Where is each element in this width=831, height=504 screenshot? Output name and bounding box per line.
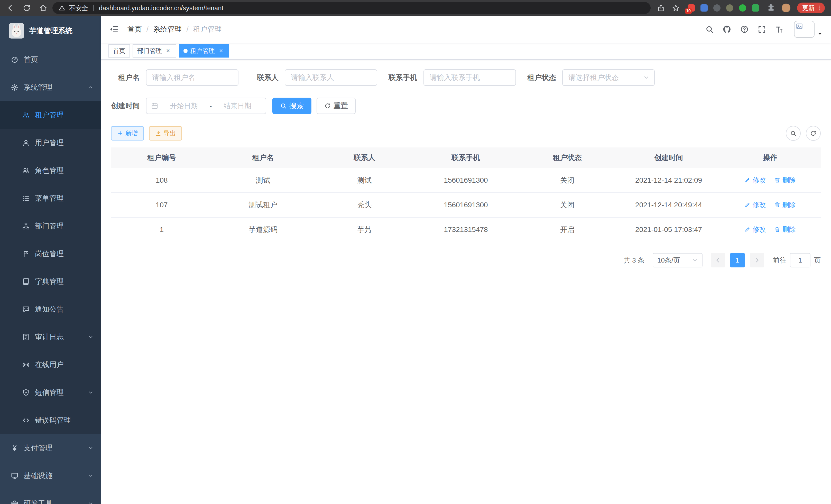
breadcrumb-item[interactable]: 系统管理 xyxy=(153,24,182,34)
column-header-0: 租户编号 xyxy=(111,147,212,168)
tab-tenant[interactable]: 租户管理× xyxy=(179,44,229,58)
browser-reload-icon[interactable] xyxy=(23,4,31,12)
tab-home[interactable]: 首页 xyxy=(109,44,130,58)
sidebar-item-sms[interactable]: 短信管理 xyxy=(0,379,101,406)
code-icon xyxy=(22,416,30,424)
date-end-input[interactable]: 结束日期 xyxy=(214,101,261,111)
toolbar-right-controls xyxy=(786,126,821,141)
update-button[interactable]: 更新 xyxy=(797,3,825,13)
sidebar-item-label: 菜单管理 xyxy=(35,194,93,203)
page-number-button[interactable]: 1 xyxy=(730,253,745,267)
share-icon[interactable] xyxy=(657,4,665,12)
next-page-button[interactable] xyxy=(750,253,764,267)
extensions-puzzle-icon[interactable] xyxy=(767,4,775,12)
tab-close-icon[interactable]: × xyxy=(218,47,225,55)
logo-image xyxy=(9,23,24,38)
edit-icon xyxy=(744,177,751,183)
sidebar-item-label: 基础设施 xyxy=(24,471,88,481)
sidebar-item-user[interactable]: 用户管理 xyxy=(0,129,101,157)
prev-page-button[interactable] xyxy=(711,253,725,267)
sidebar-item-notice[interactable]: 通知公告 xyxy=(0,295,101,323)
sidebar-item-devtool[interactable]: 研发工具 xyxy=(0,490,101,504)
sidebar-item-system[interactable]: 系统管理 xyxy=(0,73,101,101)
chevron-right-icon xyxy=(754,257,760,264)
tenant-name-input[interactable] xyxy=(146,69,238,86)
github-icon[interactable] xyxy=(722,25,731,34)
app-logo[interactable]: 芋道管理系统 xyxy=(0,16,101,46)
sidebar-toggle-icon[interactable] xyxy=(109,24,119,34)
browser-menu-icon[interactable] xyxy=(815,4,823,11)
edit-icon xyxy=(744,202,751,208)
tab-close-icon[interactable]: × xyxy=(165,47,172,55)
date-start-input[interactable]: 开始日期 xyxy=(160,101,208,111)
extension-badge: 10 xyxy=(685,8,692,13)
insecure-warning-icon xyxy=(59,5,65,11)
cell-contact-name: 秃头 xyxy=(314,192,415,217)
page-size-select[interactable]: 10条/页 xyxy=(653,253,703,267)
tenant-status-select[interactable]: 请选择租户状态 xyxy=(562,69,655,86)
tab-dept[interactable]: 部门管理× xyxy=(133,44,176,58)
page-unit-label: 页 xyxy=(814,256,821,265)
refresh-table-button[interactable] xyxy=(806,126,821,141)
breadcrumb-item: 租户管理 xyxy=(193,24,222,34)
extension-icon-1[interactable]: 10 xyxy=(688,4,695,11)
create-time-range-picker[interactable]: 开始日期 - 结束日期 xyxy=(146,98,266,114)
cell-tenant-id: 107 xyxy=(111,192,212,217)
edit-tenant-link[interactable]: 修改 xyxy=(744,176,766,185)
sidebar-item-home[interactable]: 首页 xyxy=(0,46,101,73)
security-label: 不安全 xyxy=(69,4,88,12)
sidebar-item-menu[interactable]: 菜单管理 xyxy=(0,184,101,212)
extension-icon-6[interactable] xyxy=(752,4,759,11)
search-button[interactable]: 搜索 xyxy=(273,98,311,114)
sidebar-item-error-code[interactable]: 错误码管理 xyxy=(0,406,101,434)
browser-back-icon[interactable] xyxy=(6,4,15,12)
bookmark-star-icon[interactable] xyxy=(672,4,680,12)
help-icon[interactable] xyxy=(740,25,749,34)
peoples-icon xyxy=(22,111,30,119)
toggle-search-button[interactable] xyxy=(786,126,801,141)
add-tenant-button[interactable]: 新增 xyxy=(111,126,144,141)
extension-icon-5[interactable] xyxy=(739,4,746,11)
delete-tenant-link[interactable]: 删除 xyxy=(774,176,796,185)
plus-icon xyxy=(117,130,123,137)
extension-icon-3[interactable] xyxy=(713,4,720,11)
delete-tenant-link[interactable]: 删除 xyxy=(774,200,796,209)
font-size-icon[interactable] xyxy=(775,25,784,34)
address-bar[interactable]: 不安全 dashboard.yudao.iocoder.cn/system/te… xyxy=(52,2,651,14)
sidebar-item-role[interactable]: 角色管理 xyxy=(0,157,101,184)
user-avatar-menu[interactable] xyxy=(794,21,823,38)
fullscreen-icon[interactable] xyxy=(757,25,766,34)
sidebar-item-dict[interactable]: 字典管理 xyxy=(0,268,101,295)
sidebar-item-infra[interactable]: 基础设施 xyxy=(0,462,101,490)
app-frame: 芋道管理系统 首页系统管理租户管理用户管理角色管理菜单管理部门管理岗位管理字典管… xyxy=(0,16,831,504)
edit-tenant-link[interactable]: 修改 xyxy=(744,200,766,209)
sidebar-item-pay[interactable]: 支付管理 xyxy=(0,434,101,462)
sidebar-item-tenant[interactable]: 租户管理 xyxy=(0,101,101,129)
sidebar-item-dept[interactable]: 部门管理 xyxy=(0,212,101,240)
user-icon xyxy=(22,139,30,147)
header-search-icon[interactable] xyxy=(705,25,714,34)
breadcrumb: 首页/系统管理/租户管理 xyxy=(127,24,222,34)
phone-input[interactable] xyxy=(424,69,516,86)
extension-icon-2[interactable] xyxy=(700,4,708,11)
goto-page-input[interactable] xyxy=(790,253,810,267)
sidebar-item-audit-log[interactable]: 审计日志 xyxy=(0,323,101,351)
filter-status: 租户状态 请选择租户状态 xyxy=(527,69,655,86)
breadcrumb-item[interactable]: 首页 xyxy=(127,24,142,34)
edit-tenant-link[interactable]: 修改 xyxy=(744,225,766,234)
browser-home-icon[interactable] xyxy=(39,4,47,12)
chevron-down-icon xyxy=(88,473,93,479)
filter-phone: 联系手机 xyxy=(389,69,516,86)
contact-input[interactable] xyxy=(285,69,377,86)
tags-view: 首页部门管理×租户管理× xyxy=(101,42,831,60)
reset-button[interactable]: 重置 xyxy=(317,98,355,114)
status-select-placeholder: 请选择租户状态 xyxy=(568,73,619,83)
active-tab-dot xyxy=(183,49,188,53)
delete-tenant-link[interactable]: 删除 xyxy=(774,225,796,234)
sidebar-item-online-user[interactable]: 在线用户 xyxy=(0,351,101,379)
column-header-2: 联系人 xyxy=(314,147,415,168)
extension-icon-4[interactable] xyxy=(726,4,733,11)
sidebar-item-post[interactable]: 岗位管理 xyxy=(0,240,101,268)
export-button[interactable]: 导出 xyxy=(149,126,182,141)
browser-profile-avatar[interactable] xyxy=(782,4,791,12)
